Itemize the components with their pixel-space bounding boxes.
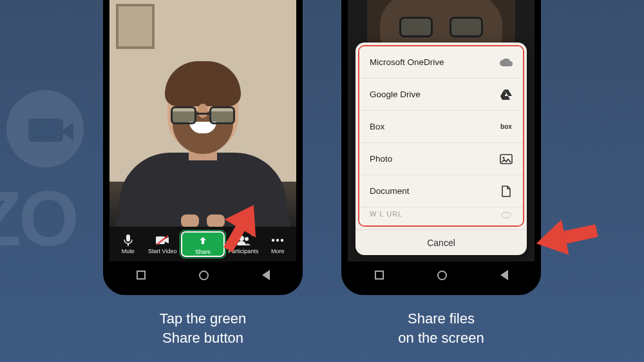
nav-recent-icon[interactable]	[137, 271, 146, 280]
share-option-label: Document	[370, 186, 410, 196]
share-option-label: Box	[370, 122, 384, 131]
share-option-label: Microsoft OneDrive	[370, 57, 444, 67]
photo-icon	[500, 154, 513, 164]
nav-back-icon[interactable]	[500, 270, 508, 280]
svg-rect-12	[502, 213, 511, 218]
svg-point-11	[502, 157, 504, 158]
onedrive-icon	[500, 57, 513, 68]
share-option-weburl-partial[interactable]: W L URL	[359, 207, 523, 225]
google-drive-icon	[500, 90, 513, 100]
svg-rect-13	[563, 224, 598, 243]
box-icon: box	[500, 122, 513, 132]
left-caption: Tap the greenShare button	[160, 309, 247, 347]
mute-button[interactable]: Mute	[111, 234, 146, 254]
video-call-view	[109, 0, 296, 227]
share-sheet-cancel[interactable]: Cancel	[355, 229, 527, 255]
share-up-arrow-icon	[196, 234, 210, 247]
share-option-photo[interactable]: Photo	[359, 143, 523, 175]
link-icon	[500, 210, 513, 220]
nav-recent-icon[interactable]	[375, 271, 384, 280]
tutorial-stage: Mute Start Video	[0, 0, 644, 347]
share-option-document[interactable]: Document	[359, 175, 523, 207]
microphone-icon	[121, 234, 135, 247]
share-option-box[interactable]: Box box	[359, 111, 523, 143]
right-column: Microsoft OneDrive Google Drive	[341, 0, 541, 347]
svg-rect-2	[156, 236, 165, 244]
document-icon	[500, 186, 513, 196]
right-caption: Share fileson the screen	[398, 309, 484, 347]
share-option-onedrive[interactable]: Microsoft OneDrive	[359, 46, 523, 79]
mute-label: Mute	[122, 248, 135, 254]
svg-rect-1	[128, 243, 129, 246]
share-option-label: Google Drive	[370, 90, 421, 99]
share-sheet-highlight: Microsoft OneDrive Google Drive	[358, 45, 524, 227]
svg-point-6	[272, 239, 274, 242]
share-option-label: W L URL	[370, 210, 402, 218]
svg-point-7	[276, 239, 279, 242]
pointer-arrow-right	[535, 213, 599, 264]
share-option-label: Photo	[370, 154, 392, 164]
share-label: Share	[195, 249, 211, 255]
nav-home-icon[interactable]	[437, 271, 447, 280]
video-off-icon	[155, 234, 169, 247]
pointer-arrow-left	[213, 201, 270, 259]
start-video-button[interactable]: Start Video	[146, 234, 180, 254]
phone-screen-right: Microsoft OneDrive Google Drive	[348, 0, 535, 289]
left-column: Mute Start Video	[103, 0, 303, 347]
more-label: More	[271, 248, 285, 254]
more-dots-icon	[270, 234, 285, 247]
android-navbar	[109, 262, 296, 289]
svg-point-8	[281, 239, 283, 242]
share-option-gdrive[interactable]: Google Drive	[359, 79, 523, 111]
share-sheet: Microsoft OneDrive Google Drive	[355, 43, 527, 255]
android-navbar	[348, 262, 535, 289]
cancel-label: Cancel	[427, 238, 455, 248]
phone-mockup-right: Microsoft OneDrive Google Drive	[341, 0, 541, 295]
nav-home-icon[interactable]	[199, 271, 209, 280]
nav-back-icon[interactable]	[262, 270, 270, 280]
svg-rect-0	[126, 234, 130, 242]
start-video-label: Start Video	[148, 248, 176, 254]
phone-mockup-left: Mute Start Video	[103, 0, 303, 295]
